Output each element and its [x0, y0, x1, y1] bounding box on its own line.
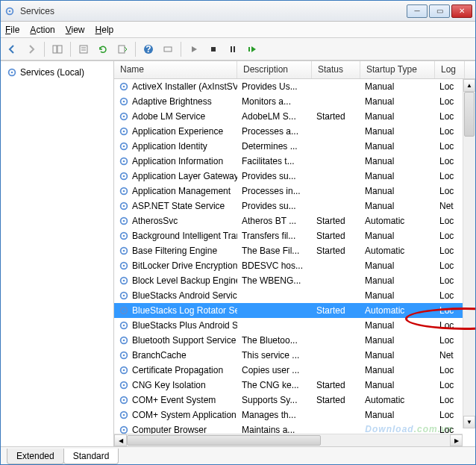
- service-name-cell: Block Level Backup Engine Ser...: [114, 275, 237, 286]
- scroll-thumb-v[interactable]: [464, 92, 475, 137]
- service-name-label: Adaptive Brightness: [132, 96, 212, 107]
- properties-button[interactable]: [75, 41, 92, 57]
- service-row[interactable]: BlueStacks Android ServiceManualLoc: [114, 288, 475, 303]
- service-name-label: Block Level Backup Engine Ser...: [132, 275, 237, 286]
- service-row[interactable]: Adaptive BrightnessMonitors a...ManualLo…: [114, 94, 475, 109]
- svg-rect-2: [53, 46, 57, 53]
- service-startup-cell: Manual: [360, 350, 435, 361]
- service-startup-cell: Automatic: [360, 395, 435, 405]
- service-logon-cell: Loc: [435, 141, 465, 152]
- service-startup-cell: Manual: [360, 96, 435, 107]
- svg-point-48: [123, 310, 125, 312]
- service-row[interactable]: BitLocker Drive Encryption Ser...BDESVC …: [114, 258, 475, 273]
- service-logon-cell: Loc: [435, 126, 465, 137]
- svg-point-18: [123, 86, 125, 88]
- service-row[interactable]: Certificate PropagationCopies user ...Ma…: [114, 363, 475, 378]
- service-name-label: BlueStacks Plus Android Servi...: [132, 320, 237, 331]
- services-list[interactable]: ActiveX Installer (AxInstSV)Provides Us.…: [114, 79, 475, 446]
- service-row[interactable]: ASP.NET State ServiceProvides su...Manua…: [114, 199, 475, 213]
- service-logon-cell: Loc: [435, 156, 465, 166]
- left-tree-pane: Services (Local): [1, 61, 114, 446]
- service-startup-cell: Manual: [360, 380, 435, 390]
- service-desc-cell: Processes in...: [237, 186, 312, 196]
- tab-standard[interactable]: Standard: [63, 449, 119, 464]
- service-row[interactable]: Adobe LM ServiceAdobeLM S...StartedManua…: [114, 109, 475, 124]
- scroll-left-button[interactable]: ◀: [114, 434, 127, 446]
- service-logon-cell: Loc: [435, 96, 465, 107]
- maximize-button[interactable]: ▭: [429, 4, 450, 18]
- service-name-label: Application Information: [132, 156, 223, 166]
- service-name-cell: Adaptive Brightness: [114, 96, 237, 107]
- menu-view[interactable]: View: [66, 25, 85, 35]
- service-desc-cell: The WBENG...: [237, 275, 312, 286]
- restart-service-button[interactable]: [244, 41, 260, 57]
- scroll-up-button[interactable]: ▲: [463, 79, 475, 92]
- col-header-startup[interactable]: Startup Type: [360, 61, 435, 78]
- service-row[interactable]: Application Layer Gateway Ser...Provides…: [114, 169, 475, 184]
- service-row[interactable]: BlueStacks Plus Android Servi...ManualLo…: [114, 318, 475, 333]
- refresh-button[interactable]: [95, 41, 111, 57]
- help-button[interactable]: ?: [140, 41, 157, 57]
- service-desc-cell: Transfers fil...: [237, 231, 312, 241]
- back-button[interactable]: [4, 41, 20, 57]
- tree-services-local[interactable]: Services (Local): [4, 66, 110, 79]
- service-row[interactable]: Application ManagementProcesses in...Man…: [114, 184, 475, 199]
- service-name-cell: Application Identity: [114, 141, 237, 152]
- svg-point-60: [123, 399, 125, 402]
- service-logon-cell: Loc: [435, 305, 465, 316]
- service-name-cell: Background Intelligent Transf...: [114, 231, 237, 241]
- svg-point-64: [123, 429, 125, 431]
- svg-point-58: [123, 384, 125, 387]
- service-row[interactable]: COM+ Event SystemSupports Sy...StartedAu…: [114, 393, 475, 408]
- scroll-thumb-h[interactable]: [127, 435, 321, 446]
- service-row[interactable]: Base Filtering EngineThe Base Fil...Star…: [114, 243, 475, 258]
- col-header-description[interactable]: Description: [237, 61, 312, 78]
- service-startup-cell: Manual: [360, 81, 435, 92]
- service-desc-cell: BDESVC hos...: [237, 260, 312, 271]
- minimize-button[interactable]: ─: [407, 4, 428, 18]
- col-header-name[interactable]: Name: [114, 61, 237, 78]
- service-name-label: BlueStacks Android Service: [132, 290, 237, 301]
- svg-point-50: [123, 325, 125, 327]
- svg-rect-7: [119, 46, 125, 53]
- svg-point-36: [123, 220, 125, 222]
- start-service-button[interactable]: [186, 41, 202, 57]
- service-row[interactable]: Application IdentityDetermines ...Manual…: [114, 139, 475, 154]
- service-row[interactable]: ActiveX Installer (AxInstSV)Provides Us.…: [114, 79, 475, 94]
- scroll-down-button[interactable]: ▼: [463, 416, 475, 428]
- service-row[interactable]: Block Level Backup Engine Ser...The WBEN…: [114, 273, 475, 288]
- service-name-label: ActiveX Installer (AxInstSV): [132, 81, 237, 92]
- scroll-right-button[interactable]: ▶: [450, 434, 463, 446]
- service-startup-cell: Automatic: [360, 216, 435, 226]
- service-name-label: BlueStacks Log Rotator Service: [132, 305, 237, 316]
- show-hide-tree-button[interactable]: [49, 41, 66, 57]
- vertical-scrollbar[interactable]: ▲ ▼: [463, 79, 475, 428]
- pause-service-button[interactable]: [225, 41, 241, 57]
- svg-point-22: [123, 116, 125, 118]
- toolbar-extra-button[interactable]: [160, 41, 176, 57]
- export-button[interactable]: [114, 41, 131, 57]
- service-logon-cell: Loc: [435, 335, 465, 346]
- stop-service-button[interactable]: [205, 41, 222, 57]
- service-desc-cell: The CNG ke...: [237, 380, 312, 390]
- service-row[interactable]: Application InformationFacilitates t...M…: [114, 154, 475, 169]
- menu-help[interactable]: Help: [95, 25, 114, 35]
- service-row[interactable]: Application ExperienceProcesses a...Manu…: [114, 124, 475, 139]
- service-row[interactable]: Background Intelligent Transf...Transfer…: [114, 228, 475, 243]
- col-header-logon[interactable]: Log: [435, 61, 465, 78]
- menu-file[interactable]: FFileile: [5, 25, 19, 35]
- tab-extended[interactable]: Extended: [7, 449, 64, 464]
- forward-button[interactable]: [23, 41, 40, 57]
- col-header-status[interactable]: Status: [312, 61, 360, 78]
- service-row[interactable]: Bluetooth Support ServiceThe Bluetoo...M…: [114, 333, 475, 348]
- service-row[interactable]: CNG Key IsolationThe CNG ke...StartedMan…: [114, 378, 475, 393]
- menubar: FFileile Action View Help: [1, 22, 475, 38]
- service-row[interactable]: AtherosSvcAtheros BT ...StartedAutomatic…: [114, 213, 475, 228]
- close-button[interactable]: ✕: [451, 4, 472, 18]
- window-title: Services: [20, 6, 407, 16]
- menu-action[interactable]: Action: [30, 25, 54, 35]
- svg-rect-13: [234, 46, 235, 52]
- service-row[interactable]: BlueStacks Log Rotator ServiceStartedAut…: [114, 303, 475, 318]
- titlebar[interactable]: Services ─ ▭ ✕: [1, 1, 475, 22]
- service-row[interactable]: BranchCacheThis service ...ManualNet: [114, 348, 475, 363]
